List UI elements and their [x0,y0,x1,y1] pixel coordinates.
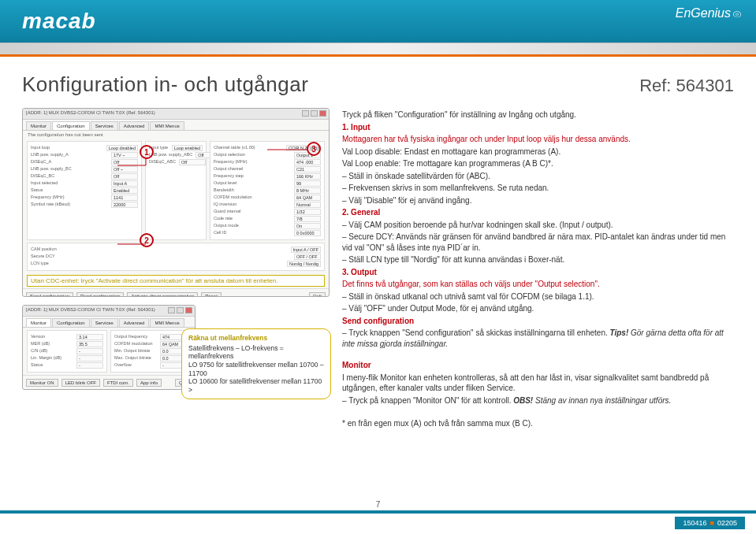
header-bar: macab EnGenius⦾ [0,0,756,43]
field-row: LNB pow. supply_ABCOff [149,152,203,158]
activate-comm-button[interactable]: Activate direct communication [127,292,198,297]
read-config-button[interactable]: Read configuration [76,292,124,297]
tab-mmi[interactable]: MMI Menus [150,121,184,130]
general-panel: CAM positionInput A / OFFSecure DCYOFF /… [27,243,325,271]
header-stripe [0,43,756,57]
mon-titlebar: [ADDR: 1] MUX DVBS2-COFDM CI TWIN T.0X (… [23,306,195,317]
send-config-button[interactable]: Send configuration [26,292,73,297]
monitor-window-mock: [ADDR: 1] MUX DVBS2-COFDM CI TWIN T.0X (… [22,305,196,390]
field-row: Lin. Margin (dB)- [31,355,103,362]
mid-panel: Input typeLoop enabledLNB pow. supply_AB… [145,141,207,240]
s5b: – Tryck på knappen "Monitor ON" för att … [342,395,734,406]
tab-monitor[interactable]: Monitor [26,318,51,327]
s1d: – Ställ in önskade satellitvärden för (A… [342,171,734,182]
s5a: I meny-flik Monitor kan enheten kontroll… [342,373,734,394]
field-row: LNB pow. supply_A17V ~ [31,152,138,158]
mon-title-text: [ADDR: 1] MUX DVBS2-COFDM CI TWIN T.0X (… [26,307,155,312]
minimize-icon[interactable] [302,110,309,117]
field-row: CAM positionInput A / OFF [31,247,321,253]
field-row: Max. Output bitrate0.0 [114,355,187,362]
field-row: Version3.14 [31,334,103,340]
mon-tabs: Monitor Configuration Services Advanced … [23,317,195,328]
field-row: Guard interval1/32 [214,209,321,215]
field-row: LCN typeNordig / Nordig [31,261,321,267]
page-ref: Ref: 564301 [639,76,734,96]
close-icon[interactable] [185,307,192,313]
s1f: – Välj "Disable" för ej använd ingång. [342,195,734,206]
mon-buttons: Monitor ON LED blink OFF FTDI com. App i… [23,375,195,390]
led-blink-button[interactable]: LED blink OFF [61,379,100,387]
output-panel: Channel table (v1.00)CCIR N.Z. (ind)Outp… [210,141,325,240]
field-row: Frequency (MHz)474 .000 [214,159,321,165]
maximize-icon[interactable] [177,307,184,313]
footer-accent [0,510,756,514]
field-row: COFDM modulation64 QAM [214,195,321,201]
field-row: Output frequency474 [114,334,187,340]
field-row: LNB pow. supply_BCOff ~ [31,166,138,172]
field-row: Status- [31,362,103,369]
field-row: Min. Output bitrate0.0 [114,348,187,354]
field-row: C/N (dB)- [31,348,103,354]
mon-left-panel: Version3.14MER (dB)35.5C/N (dB)-Lin. Mar… [27,330,107,373]
tab-advanced[interactable]: Advanced [119,318,150,327]
s1a: Mottagaren har två fysiska ingångar och … [342,134,734,145]
maximize-icon[interactable] [311,110,318,117]
reset-button[interactable]: Reset [201,292,222,297]
ftdi-button[interactable]: FTDI com. [103,379,133,387]
field-row: Input typeLoop enabled [149,145,203,151]
field-row: DiSEqC_ABCOff [149,159,203,165]
field-row: Overflow- [114,362,187,369]
page-number: 7 [376,500,381,509]
tab-configuration[interactable]: Configuration [52,318,90,327]
field-row: Output selectionOutput 1 [214,152,321,158]
field-row: DiSEqC_BCOff [31,173,138,180]
intro: Tryck på fliken "Configuration" för inst… [342,109,734,121]
tab-advanced[interactable]: Advanced [119,121,150,130]
field-row: Secure DCYOFF / OFF [31,254,321,260]
field-row: Cell ID0 0x0000 [214,230,321,236]
tab-services[interactable]: Services [91,121,118,130]
callout-3: 3 [307,142,321,156]
h-monitor: Monitor [342,360,734,371]
tab-services[interactable]: Services [91,318,118,327]
field-row: Output modeOn [214,223,321,229]
callout-1: 1 [140,145,154,159]
input-panel: Input loopLoop disabledLNB pow. supply_A… [27,141,142,240]
close-icon[interactable] [319,110,326,117]
h-send: Send configuration [342,316,734,327]
callout-l3: LO 10600 för satellitfrekvenser mellan 1… [188,377,324,394]
s4a: – Tryck knappen "Send configuration" så … [342,328,734,349]
minimize-icon[interactable] [168,307,175,313]
if-callout: Räkna ut mellanfrekvens Satellitfrekvens… [181,328,331,399]
tab-bar: Monitor Configuration Services Advanced … [23,120,329,131]
field-row: Output channelC21 [214,166,321,172]
mon-right-panel: Output frequency474COFDM modulation64 QA… [110,330,191,373]
field-row: Symbol rate (kBaud)22000 [31,202,138,208]
config-info: The configuration has not been sent [23,131,329,139]
app-info-button[interactable]: App info [136,379,162,387]
h-general: 2. General [342,207,734,218]
monitor-on-button[interactable]: Monitor ON [26,379,58,387]
field-row: Channel table (v1.00)CCIR N.Z. (ind) [214,145,321,151]
footer-doc-id: 150416■02205 [675,517,745,529]
quit-button[interactable]: Quit [309,292,326,297]
field-row: Bandwidth8 MHz [214,187,321,194]
tab-configuration[interactable]: Configuration [52,121,90,130]
s1b: Val Loop disable: Endast en mottagare ka… [342,146,734,158]
cdc-note: Utan CDC-enhet: tryck "Activate direct c… [27,275,325,287]
s1c: Val Loop enable: Tre mottagare kan progr… [342,158,734,169]
window-title-text: [ADDR: 1] MUX DVBS2-COFDM CI TWIN T.0X (… [26,110,155,115]
instruction-text: Tryck på fliken "Configuration" för inst… [342,108,734,431]
field-row: Frequency (MHz)1141 [31,195,138,201]
right-logo: EnGenius⦾ [676,6,740,20]
footnote: * en från egen mux (A) och två från samm… [342,418,734,429]
bottom-buttons: Send configuration Read configuration Ac… [23,288,329,297]
tab-mmi[interactable]: MMI Menus [150,318,184,327]
tab-monitor[interactable]: Monitor [26,121,51,130]
mon-winbtns [168,307,192,313]
s3c: – Välj "OFF" under Output Mode, för ej a… [342,303,734,314]
brand-logo: macab [22,9,96,34]
field-row: Output level99 [214,180,321,187]
callout-l1: Satellitfrekvens – LO-frekvens = mellanf… [188,344,324,361]
field-row: Input selectedInput A [31,180,138,187]
